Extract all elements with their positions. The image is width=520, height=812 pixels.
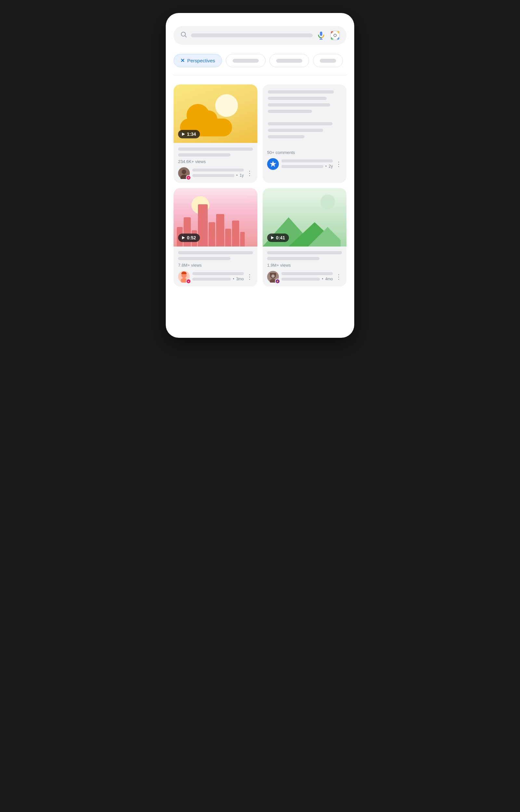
card-3-time: 3mo	[236, 277, 244, 281]
divider	[174, 75, 346, 75]
more-button-2[interactable]: ⋮	[335, 160, 342, 168]
card-1-time: 1y	[239, 173, 244, 178]
search-actions	[316, 31, 340, 40]
card-3-avatar: ♥	[178, 271, 190, 283]
card-2[interactable]: 50+ comments •	[263, 84, 346, 183]
chip-filter-3[interactable]	[269, 54, 309, 67]
card-4-avatar: ⚡	[267, 271, 279, 283]
card-4[interactable]: 0:41 1.9M+ views	[263, 188, 346, 286]
card-3-footer: ♥ • 3mo ⋮	[178, 271, 253, 283]
card-4-time: 4mo	[325, 277, 333, 281]
avatar-badge-lightning: ⚡	[275, 279, 280, 284]
card-4-footer: ⚡ • 4mo ⋮	[267, 271, 342, 283]
chip-label: Perspectives	[187, 58, 215, 63]
play-icon	[182, 236, 185, 240]
search-input[interactable]	[191, 33, 313, 37]
card-2-time: 2y	[329, 164, 333, 169]
card-2-footer: • 2y ⋮	[267, 158, 342, 170]
mic-icon[interactable]	[316, 31, 326, 40]
play-icon	[271, 236, 274, 240]
filter-chips: ✕ Perspectives	[174, 54, 346, 67]
chip-filter-2[interactable]	[226, 54, 265, 67]
duration-badge-3: 0:52	[178, 233, 200, 242]
card-1-meta: • 1y	[192, 169, 244, 178]
meta-line-1	[282, 272, 333, 275]
card-3-views: 7.8M+ views	[178, 263, 253, 268]
card-4-title-line-1	[267, 251, 342, 254]
card-3-body: 7.8M+ views ♥	[174, 247, 257, 286]
meta-line-1	[192, 169, 244, 171]
card-3-meta: • 3mo	[192, 272, 244, 281]
card-3-title-line-1	[178, 251, 253, 254]
card-3-thumbnail: 0:52	[174, 188, 257, 247]
avatar-badge-heart-3: ♥	[186, 279, 191, 284]
cards-grid: 1:34 234.6K+ views ♥	[174, 84, 346, 286]
card-2-comments: 50+ comments	[267, 150, 342, 155]
card-1[interactable]: 1:34 234.6K+ views ♥	[174, 84, 257, 183]
close-icon[interactable]: ✕	[180, 57, 185, 64]
search-bar[interactable]	[174, 26, 346, 45]
card-1-body: 234.6K+ views ♥	[174, 143, 257, 183]
card-1-views: 234.6K+ views	[178, 159, 253, 164]
more-button-3[interactable]: ⋮	[246, 273, 253, 281]
card-1-avatar: ♥	[178, 167, 190, 179]
card-4-thumbnail: 0:41	[263, 188, 346, 247]
card-3[interactable]: 0:52 7.8M+ views	[174, 188, 257, 286]
meta-line-2	[282, 165, 323, 168]
meta-line-2	[192, 174, 234, 177]
duration-badge-4: 0:41	[267, 233, 289, 242]
more-button-1[interactable]: ⋮	[246, 169, 253, 177]
card-4-title-line-2	[267, 257, 319, 260]
card-1-footer: ♥ • 1y ⋮	[178, 167, 253, 179]
meta-line-2	[282, 278, 320, 281]
avatar-badge-heart: ♥	[186, 175, 191, 180]
card-1-title-line-2	[178, 153, 230, 157]
card-2-meta: • 2y	[282, 160, 333, 169]
svg-point-8	[182, 170, 186, 174]
duration-badge-1: 1:34	[178, 130, 200, 138]
svg-point-22	[271, 275, 275, 278]
svg-rect-2	[320, 31, 322, 36]
phone-container: ✕ Perspectives	[166, 13, 354, 338]
chip-perspectives[interactable]: ✕ Perspectives	[174, 54, 222, 67]
card-2-avatar	[267, 158, 279, 170]
meta-line-2	[192, 278, 231, 281]
search-icon	[180, 31, 187, 40]
chip-filter-4[interactable]	[313, 54, 343, 67]
card-1-title-line-1	[178, 147, 253, 151]
more-button-4[interactable]: ⋮	[335, 273, 342, 281]
lens-icon[interactable]	[330, 31, 340, 40]
meta-line-1	[282, 160, 333, 162]
meta-line-1	[192, 272, 244, 275]
mountain-circle	[320, 195, 335, 209]
card-3-title-line-2	[178, 257, 230, 260]
svg-line-1	[185, 36, 186, 37]
card-2-body: 50+ comments •	[263, 143, 346, 174]
card-1-thumbnail: 1:34	[174, 84, 257, 143]
play-icon	[182, 133, 185, 136]
card-4-body: 1.9M+ views ⚡	[263, 247, 346, 286]
card-4-meta: • 4mo	[282, 272, 333, 281]
card-2-thumbnail	[263, 84, 346, 143]
card-4-views: 1.9M+ views	[267, 263, 342, 268]
